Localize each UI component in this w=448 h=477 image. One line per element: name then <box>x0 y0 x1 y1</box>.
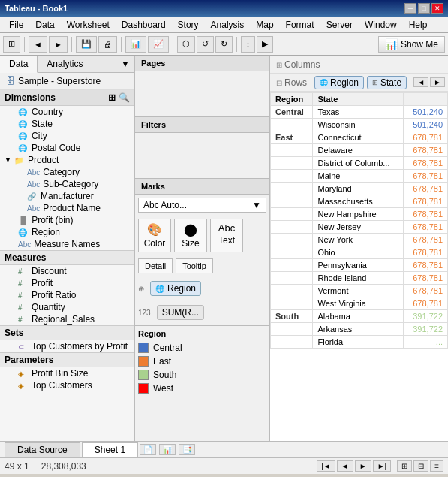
nav-prev-button[interactable]: ◄ <box>337 460 353 472</box>
value-cell: 678,781 <box>404 221 448 234</box>
field-measure-names[interactable]: Abc Measure Names <box>0 238 134 250</box>
field-country[interactable]: 🌐 Country <box>0 106 134 118</box>
menu-help[interactable]: Help <box>403 18 434 32</box>
field-profit-ratio[interactable]: # Profit Ratio <box>0 289 134 301</box>
toolbar-grid-button[interactable]: ⊞ <box>3 36 20 53</box>
menu-story[interactable]: Story <box>172 18 205 32</box>
marks-text-button[interactable]: Abc Text <box>210 219 243 252</box>
maximize-button[interactable]: □ <box>418 3 430 14</box>
measures-header: Measures <box>0 250 134 265</box>
menu-dashboard[interactable]: Dashboard <box>116 18 172 32</box>
field-product-folder[interactable]: ▼ 📁 Product <box>0 154 134 166</box>
add-sheet-button[interactable]: 📄 <box>140 444 156 455</box>
sheet1-tab[interactable]: Sheet 1 <box>82 442 138 457</box>
state-cell: New York <box>313 234 404 246</box>
detail-button[interactable]: Detail <box>138 258 173 273</box>
menu-file[interactable]: File <box>3 18 29 32</box>
view-list-button[interactable]: ≡ <box>430 460 443 472</box>
field-manufacturer[interactable]: 🔗 Manufacturer <box>0 190 134 202</box>
param-top-customers[interactable]: ◈ Top Customers <box>0 379 134 391</box>
pages-section: Pages <box>135 56 269 117</box>
toolbar-back-button[interactable]: ◄ <box>29 36 47 53</box>
view-split-button[interactable]: ⊟ <box>413 460 428 472</box>
add-story-button[interactable]: 📑 <box>179 444 195 455</box>
menu-worksheet[interactable]: Worksheet <box>61 18 116 32</box>
show-me-button[interactable]: 📊 Show Me <box>378 36 445 53</box>
sort-icon[interactable]: ⊞ <box>108 92 116 103</box>
menu-map[interactable]: Map <box>250 18 279 32</box>
toolbar-print-button[interactable]: 🖨 <box>98 36 117 53</box>
menu-analysis[interactable]: Analysis <box>205 18 251 32</box>
state-cell: New Hampshire <box>313 208 404 221</box>
field-city[interactable]: 🌐 City <box>0 130 134 142</box>
col-value-header <box>404 93 448 106</box>
state-shelf-pill[interactable]: ⊞ State <box>367 76 407 89</box>
field-subcategory[interactable]: Abc Sub-Category <box>0 178 134 190</box>
state-shelf-label: State <box>380 77 401 88</box>
toolbar-redo-button[interactable]: ↻ <box>215 36 233 53</box>
nav-first-button[interactable]: |◄ <box>317 460 335 472</box>
toolbar-chart2-button[interactable]: 📈 <box>148 36 169 53</box>
tooltip-button[interactable]: Tooltip <box>176 258 213 273</box>
field-profit[interactable]: # Profit <box>0 277 134 289</box>
toolbar-present-button[interactable]: ▶ <box>257 36 273 53</box>
table-row: Florida... <box>271 336 448 349</box>
region-cell <box>271 208 313 221</box>
search-icon[interactable]: 🔍 <box>119 92 130 103</box>
legend-section: Region Central East South West <box>135 325 269 398</box>
region-shelf-pill[interactable]: 🌐 Region <box>314 76 364 89</box>
marks-color-button[interactable]: 🎨 Color <box>138 219 171 252</box>
field-regional-sales[interactable]: # Regional_Sales <box>0 313 134 325</box>
close-button[interactable]: ✕ <box>431 3 443 14</box>
toolbar-sep-5 <box>236 37 237 52</box>
region-cell <box>271 259 313 272</box>
field-postal-code[interactable]: 🌐 Postal Code <box>0 142 134 154</box>
tab-analytics[interactable]: Analytics <box>38 56 92 72</box>
param-profit-bin-size[interactable]: ◈ Profit Bin Size <box>0 367 134 379</box>
abc-icon: Abc <box>27 180 40 189</box>
shelf-right-arrow[interactable]: ► <box>430 77 445 87</box>
toolbar-sort-button[interactable]: ↕ <box>241 36 256 53</box>
sum-prefix-label: 123 <box>138 309 151 317</box>
menu-window[interactable]: Window <box>359 18 403 32</box>
menu-data[interactable]: Data <box>29 18 60 32</box>
datasource-tab[interactable]: Data Source <box>5 442 80 457</box>
abc-icon: Abc <box>18 240 31 249</box>
pages-content <box>135 71 269 116</box>
toolbar-forward-button[interactable]: ► <box>49 36 68 53</box>
rows-label: ⊟ Rows <box>273 77 314 88</box>
menu-server[interactable]: Server <box>320 18 359 32</box>
field-state[interactable]: 🌐 State <box>0 118 134 130</box>
add-dashboard-button[interactable]: 📊 <box>159 444 176 455</box>
minimize-button[interactable]: ─ <box>404 3 416 14</box>
menu-format[interactable]: Format <box>280 18 320 32</box>
field-region[interactable]: 🌐 Region <box>0 226 134 238</box>
nav-last-button[interactable]: ►| <box>373 460 392 472</box>
sum-marks-pill[interactable]: SUM(R... <box>157 305 204 320</box>
region-marks-pill[interactable]: 🌐 Region <box>150 281 201 296</box>
field-profit-label: Profit <box>32 278 53 288</box>
value-cell: 678,781 <box>404 246 448 259</box>
tab-data[interactable]: Data <box>0 56 38 73</box>
marks-size-button[interactable]: ⬤ Size <box>174 219 207 252</box>
panel-tab-arrow[interactable]: ▼ <box>116 56 134 72</box>
view-grid-button[interactable]: ⊞ <box>397 460 412 472</box>
toolbar-chart1-button[interactable]: 📊 <box>125 36 146 53</box>
field-top-customers[interactable]: ⊂ Top Customers by Profit <box>0 340 134 352</box>
toolbar-undo-button[interactable]: ↺ <box>197 36 214 53</box>
field-region-label: Region <box>32 227 60 237</box>
shelf-left-arrow[interactable]: ◄ <box>413 77 428 87</box>
marks-buttons: 🎨 Color ⬤ Size Abc Text <box>135 216 269 255</box>
field-quantity[interactable]: # Quantity <box>0 301 134 313</box>
legend-item-central: Central <box>138 341 266 355</box>
nav-next-button[interactable]: ► <box>355 460 371 472</box>
field-manufacturer-label: Manufacturer <box>41 191 94 201</box>
toolbar-filter-button[interactable]: ⬡ <box>177 36 195 53</box>
field-discount[interactable]: # Discount <box>0 265 134 277</box>
field-category-label: Category <box>43 167 80 177</box>
toolbar-save-button[interactable]: 💾 <box>76 36 97 53</box>
marks-type-dropdown[interactable]: Abc Auto... ▼ <box>138 198 266 213</box>
field-category[interactable]: Abc Category <box>0 166 134 178</box>
field-product-name[interactable]: Abc Product Name <box>0 202 134 214</box>
field-profit-bin[interactable]: ▐▌ Profit (bin) <box>0 214 134 226</box>
